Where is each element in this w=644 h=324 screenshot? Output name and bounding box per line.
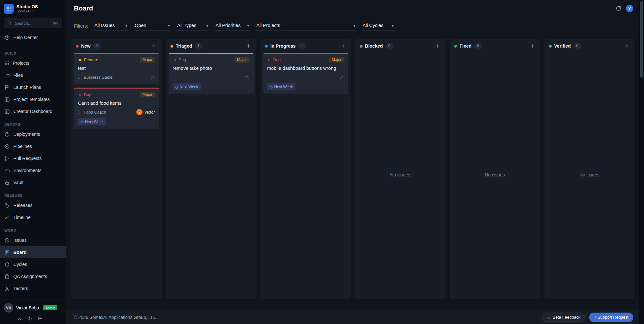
sidebar-item-project-templates[interactable]: Project Templates bbox=[0, 93, 66, 105]
bug-icon bbox=[78, 93, 82, 97]
priority-badge: Major bbox=[140, 92, 155, 97]
priority-badge: Major bbox=[329, 57, 344, 63]
vertical-scrollbar[interactable] bbox=[639, 0, 644, 324]
clipboard-icon bbox=[4, 274, 10, 279]
assignee-placeholder-icon[interactable] bbox=[339, 75, 344, 80]
add-issue-button[interactable]: + bbox=[245, 43, 252, 49]
filter-value: All Projects bbox=[256, 23, 280, 28]
sidebar-item-environments[interactable]: Environments bbox=[0, 164, 66, 176]
sidebar-item-launch-plans[interactable]: Launch Plans bbox=[0, 81, 66, 93]
bug-icon bbox=[173, 58, 177, 62]
sidebar-item-label: Creator Dashboard bbox=[13, 109, 52, 114]
bug-icon bbox=[267, 58, 271, 62]
add-issue-button[interactable]: + bbox=[340, 43, 346, 49]
chevron-down-icon: ▾ bbox=[353, 23, 355, 28]
sidebar-item-qa-assignments[interactable]: QA Assignments bbox=[0, 270, 66, 282]
scrollbar-thumb[interactable] bbox=[640, 1, 643, 78]
filter-types-select[interactable]: All Types ▾ bbox=[176, 23, 209, 30]
sidebar-item-board[interactable]: Board bbox=[0, 246, 66, 258]
sidebar-item-help-center[interactable]: Help Center bbox=[0, 31, 66, 43]
sidebar-item-timeline[interactable]: Timeline bbox=[0, 211, 66, 223]
filter-priorities-select[interactable]: All Priorities ▾ bbox=[215, 23, 250, 30]
sidebar-item-cycles[interactable]: Cycles bbox=[0, 258, 66, 270]
user-menu[interactable]: VB Victor Boba Admin bbox=[4, 303, 62, 313]
sidebar-item-label: Pull Requests bbox=[13, 156, 42, 161]
assignee-placeholder-icon[interactable] bbox=[245, 75, 249, 80]
sidebar-item-deployments[interactable]: Deployments bbox=[0, 128, 66, 140]
sidebar-item-releases[interactable]: Releases bbox=[0, 199, 66, 211]
refresh-button[interactable] bbox=[615, 5, 621, 11]
cycle-icon bbox=[4, 262, 10, 267]
filter-projects-select[interactable]: All Projects ▾ bbox=[255, 23, 356, 30]
sidebar-item-label: Cycles bbox=[13, 262, 27, 267]
chevron-down-icon: ▾ bbox=[247, 23, 249, 28]
issue-card[interactable]: Bug Major remove take photo ◇ Next Week bbox=[169, 53, 254, 94]
sidebar-item-label: Deployments bbox=[13, 132, 40, 137]
cycle-name: Next Week bbox=[274, 85, 293, 89]
issue-card[interactable]: Bug Major Can't add food items. Food Coa… bbox=[74, 88, 159, 129]
help-button[interactable] bbox=[27, 316, 32, 321]
issue-card[interactable]: Bug Major mobile dashboard buttons wrong… bbox=[263, 53, 348, 94]
sidebar-item-label: Files bbox=[13, 73, 23, 78]
sidebar-item-testers[interactable]: Testers bbox=[0, 282, 66, 294]
account-button[interactable] bbox=[17, 316, 22, 321]
filter-issues-select[interactable]: All Issues ▾ bbox=[93, 23, 128, 30]
column-count-badge: 2 bbox=[93, 43, 101, 49]
add-issue-button[interactable]: + bbox=[151, 43, 157, 49]
filter-state-select[interactable]: Open ▾ bbox=[134, 23, 171, 30]
cloud-icon bbox=[4, 168, 10, 173]
divider bbox=[0, 46, 66, 46]
status-dot bbox=[360, 45, 363, 48]
add-issue-button[interactable]: + bbox=[624, 43, 630, 49]
column-title: In Progress bbox=[270, 43, 296, 49]
column-header: Triaged 1 + bbox=[169, 41, 254, 53]
search-input[interactable] bbox=[14, 21, 50, 26]
column-count-badge: 1 bbox=[298, 43, 306, 49]
grid-icon bbox=[4, 61, 9, 66]
beta-feedback-button[interactable]: Beta Feedback bbox=[542, 313, 585, 322]
sidebar-item-label: Pipelines bbox=[13, 144, 32, 149]
logout-button[interactable] bbox=[37, 316, 42, 321]
status-dot bbox=[454, 45, 457, 48]
support-request-button[interactable]: + Support Request bbox=[589, 313, 633, 322]
sidebar-item-label: Board bbox=[13, 250, 27, 255]
user-block: VB Victor Boba Admin bbox=[0, 300, 66, 324]
sidebar-item-creator-dashboard[interactable]: Creator Dashboard bbox=[0, 105, 66, 117]
sidebar-item-pull-requests[interactable]: Pull Requests bbox=[0, 152, 66, 164]
issue-title: mobile dashboard buttons wrong bbox=[267, 65, 344, 71]
add-issue-button[interactable]: + bbox=[435, 43, 441, 49]
assignee[interactable]: Victor bbox=[136, 109, 155, 115]
filter-cycles-select[interactable]: All Cycles ▾ bbox=[362, 23, 395, 30]
feedback-person-icon bbox=[546, 315, 551, 319]
tag-icon bbox=[4, 203, 10, 208]
kanban-board: New 2 + Feature Major test bbox=[66, 34, 639, 310]
branch-icon bbox=[4, 156, 10, 161]
beta-feedback-label: Beta Feedback bbox=[553, 315, 580, 320]
board-column-blocked: Blocked 0 + No issues bbox=[355, 39, 446, 299]
sidebar-item-files[interactable]: Files bbox=[0, 69, 66, 81]
logout-icon bbox=[37, 316, 42, 321]
sidebar-item-vault[interactable]: Vault bbox=[0, 176, 66, 188]
column-count-badge: 0 bbox=[474, 43, 482, 49]
sidebar-item-projects[interactable]: Projects bbox=[0, 57, 66, 69]
sidebar-item-label: Projects bbox=[13, 61, 29, 66]
cycle-chip: ◇ Next Week bbox=[78, 118, 106, 125]
assignee-placeholder-icon[interactable] bbox=[150, 75, 155, 80]
issue-card[interactable]: Feature Major test Business Guide bbox=[74, 53, 159, 84]
help-circle-button[interactable]: ? bbox=[626, 5, 633, 12]
page-title: Board bbox=[74, 4, 615, 12]
deploy-icon bbox=[4, 132, 10, 137]
cycle-chip: ◇ Next Week bbox=[267, 83, 295, 90]
chevron-down-icon: ▾ bbox=[126, 23, 127, 28]
issue-type-label: Feature bbox=[84, 57, 98, 62]
column-header: In Progress 1 + bbox=[263, 41, 348, 53]
search-shortcut: ⌘K bbox=[53, 21, 59, 25]
sidebar-item-label: Environments bbox=[13, 168, 42, 173]
add-issue-button[interactable]: + bbox=[529, 43, 536, 49]
column-header: Fixed 0 + bbox=[452, 41, 538, 53]
sidebar: Studio OS SomexAI ⌘K Help Center BUILD P… bbox=[0, 0, 66, 324]
sidebar-item-pipelines[interactable]: Pipelines bbox=[0, 140, 66, 152]
star-icon bbox=[78, 58, 82, 62]
workspace-switcher[interactable]: Studio OS SomexAI bbox=[0, 0, 66, 16]
sidebar-item-issues[interactable]: Issues bbox=[0, 234, 66, 246]
